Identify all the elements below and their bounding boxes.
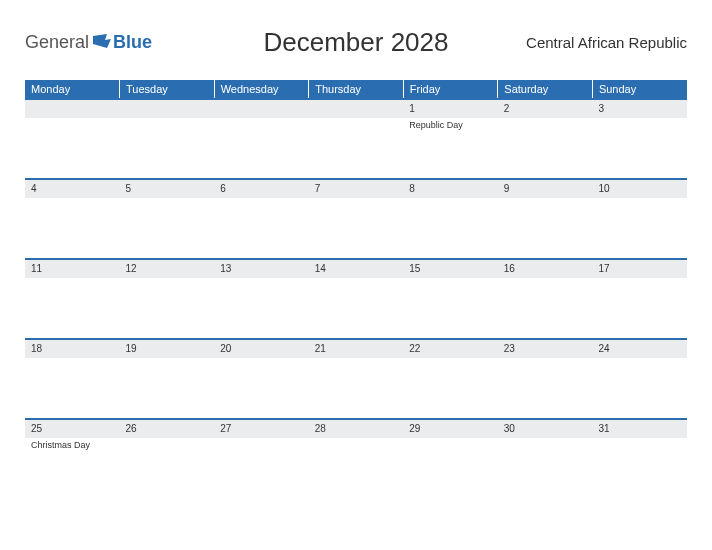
- calendar-cell: [120, 99, 215, 179]
- date-number: 19: [120, 340, 215, 358]
- calendar-cell: 26: [120, 419, 215, 499]
- day-header: Sunday: [592, 80, 687, 99]
- event-label: Republic Day: [403, 118, 498, 132]
- date-number: 31: [592, 420, 687, 438]
- calendar-cell: 10: [592, 179, 687, 259]
- date-number: 15: [403, 260, 498, 278]
- logo-flag-icon: [93, 34, 111, 48]
- date-number: [120, 100, 215, 118]
- date-number: 14: [309, 260, 404, 278]
- date-number: 22: [403, 340, 498, 358]
- date-number: 12: [120, 260, 215, 278]
- calendar-title: December 2028: [264, 27, 449, 58]
- calendar-cell: 25Christmas Day: [25, 419, 120, 499]
- date-number: [309, 100, 404, 118]
- date-number: 8: [403, 180, 498, 198]
- calendar-cell: 30: [498, 419, 593, 499]
- date-number: 10: [592, 180, 687, 198]
- date-number: 2: [498, 100, 593, 118]
- date-number: 4: [25, 180, 120, 198]
- calendar-cell: 12: [120, 259, 215, 339]
- calendar-cell: 4: [25, 179, 120, 259]
- date-number: [25, 100, 120, 118]
- calendar-cell: 3: [592, 99, 687, 179]
- calendar-cell: 22: [403, 339, 498, 419]
- calendar-week-row: 45678910: [25, 179, 687, 259]
- date-number: 1: [403, 100, 498, 118]
- calendar-cell: [309, 99, 404, 179]
- date-number: 25: [25, 420, 120, 438]
- date-number: 30: [498, 420, 593, 438]
- calendar-week-row: 25Christmas Day262728293031: [25, 419, 687, 499]
- day-header: Thursday: [309, 80, 404, 99]
- calendar-cell: 7: [309, 179, 404, 259]
- calendar-header: General Blue December 2028 Central Afric…: [25, 20, 687, 65]
- calendar-cell: 28: [309, 419, 404, 499]
- date-number: 7: [309, 180, 404, 198]
- day-header: Friday: [403, 80, 498, 99]
- calendar-cell: 13: [214, 259, 309, 339]
- date-number: 27: [214, 420, 309, 438]
- calendar-cell: 15: [403, 259, 498, 339]
- calendar-cell: 24: [592, 339, 687, 419]
- calendar-cell: 1Republic Day: [403, 99, 498, 179]
- date-number: 21: [309, 340, 404, 358]
- date-number: 11: [25, 260, 120, 278]
- date-number: 20: [214, 340, 309, 358]
- date-number: 17: [592, 260, 687, 278]
- date-number: 28: [309, 420, 404, 438]
- calendar-cell: [25, 99, 120, 179]
- date-number: 29: [403, 420, 498, 438]
- calendar-cell: 21: [309, 339, 404, 419]
- calendar-cell: 27: [214, 419, 309, 499]
- calendar-cell: 17: [592, 259, 687, 339]
- logo-text-blue: Blue: [113, 32, 152, 53]
- calendar-cell: 2: [498, 99, 593, 179]
- date-number: 6: [214, 180, 309, 198]
- day-header-row: Monday Tuesday Wednesday Thursday Friday…: [25, 80, 687, 99]
- calendar-cell: 5: [120, 179, 215, 259]
- calendar-cell: 6: [214, 179, 309, 259]
- calendar-cell: 23: [498, 339, 593, 419]
- calendar-cell: 11: [25, 259, 120, 339]
- day-header: Saturday: [498, 80, 593, 99]
- event-label: Christmas Day: [25, 438, 120, 452]
- calendar-cell: 9: [498, 179, 593, 259]
- date-number: [214, 100, 309, 118]
- day-header: Monday: [25, 80, 120, 99]
- date-number: 16: [498, 260, 593, 278]
- calendar-cell: 8: [403, 179, 498, 259]
- calendar-week-row: 18192021222324: [25, 339, 687, 419]
- logo: General Blue: [25, 32, 152, 53]
- calendar-cell: 31: [592, 419, 687, 499]
- calendar-cell: 14: [309, 259, 404, 339]
- calendar-cell: 19: [120, 339, 215, 419]
- region-label: Central African Republic: [526, 34, 687, 51]
- date-number: 24: [592, 340, 687, 358]
- date-number: 13: [214, 260, 309, 278]
- date-number: 9: [498, 180, 593, 198]
- calendar-cell: 18: [25, 339, 120, 419]
- logo-text-general: General: [25, 32, 89, 53]
- day-header: Wednesday: [214, 80, 309, 99]
- day-header: Tuesday: [120, 80, 215, 99]
- date-number: 3: [592, 100, 687, 118]
- calendar-week-row: 11121314151617: [25, 259, 687, 339]
- calendar-cell: 16: [498, 259, 593, 339]
- calendar-week-row: 1Republic Day23: [25, 99, 687, 179]
- calendar-cell: [214, 99, 309, 179]
- date-number: 23: [498, 340, 593, 358]
- date-number: 26: [120, 420, 215, 438]
- calendar-cell: 29: [403, 419, 498, 499]
- calendar-cell: 20: [214, 339, 309, 419]
- calendar-grid: Monday Tuesday Wednesday Thursday Friday…: [25, 80, 687, 499]
- date-number: 18: [25, 340, 120, 358]
- date-number: 5: [120, 180, 215, 198]
